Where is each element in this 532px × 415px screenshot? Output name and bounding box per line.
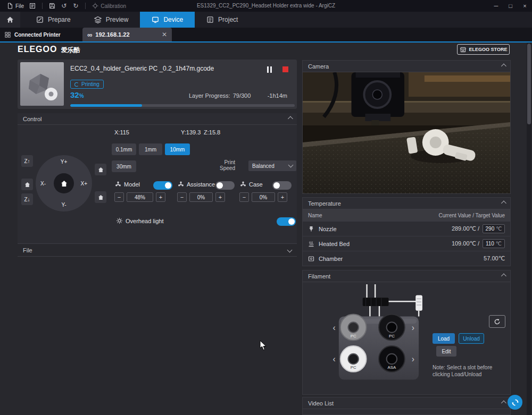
light-icon [116, 217, 123, 224]
jog-y-minus[interactable]: Y- [61, 202, 66, 208]
fan-icon [177, 181, 185, 188]
file-icon [7, 3, 13, 9]
filament-section-header[interactable]: Filament [303, 270, 510, 282]
print-speed-dropdown[interactable]: Balanced [248, 160, 296, 171]
video-list-section-header[interactable]: Video List [303, 397, 510, 409]
brand-en: ELEGOO [18, 45, 57, 54]
fan-case-minus[interactable]: − [239, 192, 249, 202]
camera-section-header[interactable]: Camera [303, 61, 510, 72]
refresh-fab[interactable] [508, 395, 522, 410]
control-section-header[interactable]: Control [18, 113, 297, 125]
home-icon [24, 182, 30, 188]
job-filename: ECC2_0.4_holder_Generic PC _0.2_1h47m.gc… [70, 65, 256, 72]
close-printer-tab-icon[interactable]: ✕ [162, 31, 167, 38]
fan-model-toggle[interactable] [153, 181, 172, 190]
home-button[interactable] [0, 12, 20, 28]
stop-button[interactable] [282, 66, 288, 72]
fan-assistance-value[interactable]: 0% [189, 192, 213, 202]
slot-3-label[interactable]: PC [351, 365, 356, 370]
fan-case-value[interactable]: 0% [252, 192, 275, 202]
slot-1-label[interactable]: PC [351, 334, 356, 338]
fan-case-toggle[interactable] [272, 181, 292, 190]
jog-x-minus[interactable]: X- [40, 181, 46, 187]
home-z-button[interactable] [95, 164, 106, 175]
jog-x-plus[interactable]: X+ [80, 181, 87, 187]
fan-model-value[interactable]: 48% [127, 192, 153, 202]
model-thumbnail [20, 62, 64, 106]
slot-4-label[interactable]: ASA [388, 365, 396, 370]
close-button[interactable]: × [518, 0, 532, 12]
home-bed-button[interactable] [95, 191, 106, 203]
slot-next-icon[interactable]: › [412, 323, 414, 332]
overhead-light-toggle[interactable] [277, 217, 296, 226]
undo-button[interactable]: ↺ [58, 0, 70, 12]
tab-preview[interactable]: Preview [82, 12, 140, 28]
file-section-title: File [23, 247, 32, 253]
load-button[interactable]: Load [433, 333, 455, 344]
fan-assistance-plus[interactable]: + [215, 192, 225, 202]
file-section-header[interactable]: File [18, 243, 297, 257]
sync-icon [494, 318, 501, 325]
temp-bed-target-input[interactable]: 110℃ [483, 239, 505, 248]
edit-button[interactable]: Edit [436, 346, 456, 357]
slot-prev-icon[interactable]: ‹ [332, 323, 335, 332]
scrollbar-thumb[interactable] [527, 44, 531, 124]
tab-project[interactable]: Project [195, 12, 250, 28]
minimize-button[interactable]: ─ [489, 0, 503, 12]
tab-device-label: Device [163, 16, 183, 23]
titlebar-separator [42, 3, 43, 9]
store-label: ELEGOO STORE [469, 47, 508, 52]
jog-step-10mm[interactable]: 10mm [165, 143, 190, 155]
temp-bed-name: Heated Bed [319, 241, 350, 247]
printer-ip-tab[interactable]: ∞ 192.168.1.22 ✕ [82, 28, 172, 41]
maximize-button[interactable]: □ [503, 0, 518, 12]
temp-chamber-name: Chamber [319, 256, 343, 262]
slot-2-label[interactable]: PC [389, 334, 395, 338]
home-all-button[interactable] [54, 173, 74, 193]
fan-assistance-minus[interactable]: − [177, 192, 187, 202]
home-icon [61, 180, 68, 187]
z-up-button[interactable]: Z↑ [21, 155, 33, 167]
temp-col-name: Name [308, 213, 322, 218]
extrude-step-button[interactable]: 30mm [112, 160, 136, 172]
redo-button[interactable]: ↻ [70, 0, 81, 12]
printer-logo-icon: ∞ [87, 31, 92, 38]
fan-icon [239, 181, 247, 188]
progress-bar-fill [70, 104, 142, 107]
file-menu[interactable]: File [4, 0, 27, 12]
temperature-section-header[interactable]: Temperature [303, 198, 510, 209]
slot-next-icon[interactable]: › [412, 354, 414, 363]
print-speed-label: Print Speed [213, 159, 235, 171]
fan-case-label: Case [249, 181, 263, 188]
vertical-scrollbar[interactable] [527, 43, 531, 415]
slot-prev-icon[interactable]: ‹ [332, 354, 335, 363]
jog-step-1mm[interactable]: 1mm [139, 143, 162, 155]
save-button[interactable] [46, 0, 58, 12]
temp-nozzle-target-input[interactable]: 290℃ [483, 224, 505, 233]
control-panel: Control X:115 Y:139.3 Z:15.8 0.1mm 1mm 1… [18, 113, 297, 243]
calibration-button[interactable]: Calibration [89, 0, 129, 12]
filament-note: Note: Select a slot before clicking Load… [433, 364, 508, 378]
tab-device[interactable]: Device [140, 12, 195, 28]
jog-step-0.1mm[interactable]: 0.1mm [112, 143, 136, 155]
fan-assistance-toggle[interactable] [215, 181, 235, 190]
chevron-up-icon [501, 201, 506, 206]
pause-button[interactable] [267, 66, 273, 73]
jog-pad: Y+ Y- X- X+ [36, 155, 92, 211]
jog-y-plus[interactable]: Y+ [61, 159, 68, 165]
fan-case-plus[interactable]: + [278, 192, 287, 202]
camera-panel: Camera [302, 60, 511, 194]
chamber-icon [308, 256, 314, 262]
fan-model-minus[interactable]: − [114, 192, 124, 202]
tab-prepare[interactable]: Prepare [24, 12, 82, 28]
filament-panel: Filament PC PC PC [302, 270, 511, 395]
filament-sync-button[interactable] [489, 315, 505, 328]
home-xy-button[interactable] [21, 179, 33, 190]
fan-model-plus[interactable]: + [156, 192, 165, 202]
unload-button[interactable]: Unload [459, 333, 484, 344]
z-down-button[interactable]: Z↓ [21, 193, 33, 205]
elegoo-store-button[interactable]: ELEGOO STORE [457, 44, 510, 55]
chevron-up-icon [501, 274, 506, 279]
temperature-panel: Temperature Name Current Value / Target … [302, 197, 511, 266]
notes-button[interactable] [27, 0, 38, 12]
